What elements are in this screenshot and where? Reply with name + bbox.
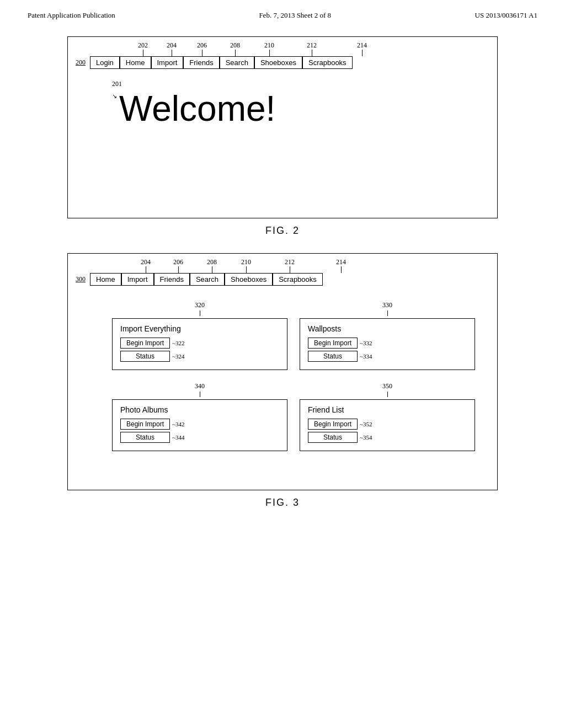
- ref-206-line: [202, 50, 202, 56]
- section-340-title: Photo Albums: [120, 405, 279, 414]
- ref-214-label: 214: [357, 41, 367, 50]
- nav-btn-scrapbooks[interactable]: Scrapbooks: [302, 56, 353, 69]
- header-right: US 2013/0036171 A1: [475, 11, 537, 20]
- fig3-ref-204-label: 204: [141, 258, 151, 266]
- ref-206-label: 206: [197, 41, 207, 50]
- header-middle: Feb. 7, 2013 Sheet 2 of 8: [259, 11, 331, 20]
- fig3-nav-btn-friends[interactable]: Friends: [154, 273, 190, 286]
- fig3-ref-214-label: 214: [336, 258, 346, 266]
- fig3-ref-214-line: [341, 266, 342, 273]
- fig2-container: 202 204 206 208 210: [22, 36, 543, 237]
- section-350-title: Friend List: [308, 405, 467, 414]
- fig3-ref-204-line: [146, 266, 146, 273]
- fig2-ref-200: 200: [76, 58, 86, 67]
- ref-201-arrow: ↘: [112, 93, 117, 100]
- fig2-diagram: 202 204 206 208 210: [67, 36, 498, 218]
- section-320-wrapper: 320 Import Everything Begin Import ~322 …: [112, 301, 287, 370]
- section-330-begin-import[interactable]: Begin Import: [308, 338, 358, 349]
- section-330-row1: Begin Import ~332: [308, 338, 467, 349]
- fig3-ref-206-line: [178, 266, 179, 273]
- section-340-row1: Begin Import ~342: [120, 419, 279, 430]
- section-340-begin-import[interactable]: Begin Import: [120, 419, 170, 430]
- fig3-nav-btn-shoeboxes[interactable]: Shoeboxes: [225, 273, 273, 286]
- ref-208-label: 208: [230, 41, 240, 50]
- section-330-title: Wallposts: [308, 324, 467, 333]
- ref-204-label: 204: [167, 41, 177, 50]
- ref-202-marker: 202: [129, 41, 157, 56]
- section-330-row2: Status ~334: [308, 351, 467, 362]
- fig3-ref-212-marker: 212: [263, 258, 316, 273]
- section-350-begin-import[interactable]: Begin Import: [308, 419, 358, 430]
- fig3-caption: FIG. 3: [22, 497, 543, 508]
- section-350-row1: Begin Import ~352: [308, 419, 467, 430]
- fig3-ref-214-marker: 214: [316, 258, 366, 273]
- ref-212-line: [312, 50, 312, 56]
- fig3-ref-208-line: [212, 266, 212, 273]
- ref-210-line: [269, 50, 270, 56]
- ref-204-marker: 204: [157, 41, 186, 56]
- section-340-row2: Status ~344: [120, 432, 279, 443]
- section-330-ref2: ~334: [360, 353, 372, 360]
- ref-350-vline: [387, 392, 388, 397]
- ref-212-marker: 212: [286, 41, 337, 56]
- section-350-status[interactable]: Status: [308, 432, 358, 443]
- ref-206-marker: 206: [186, 41, 218, 56]
- ref-214-line: [362, 50, 363, 56]
- nav-btn-login[interactable]: Login: [90, 56, 120, 69]
- nav-btn-friends[interactable]: Friends: [183, 56, 219, 69]
- ref-212-label: 212: [307, 41, 317, 50]
- section-340-status[interactable]: Status: [120, 432, 170, 443]
- ref-320-label: 320: [112, 301, 287, 309]
- nav-btn-import[interactable]: Import: [151, 56, 184, 69]
- welcome-text: Welcome!: [119, 88, 275, 129]
- section-320-begin-import[interactable]: Begin Import: [120, 338, 170, 349]
- fig3-ref-212-label: 212: [285, 258, 295, 266]
- ref-350-bracket: [300, 392, 475, 397]
- fig2-nav-refs: 202 204 206 208 210: [68, 37, 497, 56]
- ref-214-marker: 214: [337, 41, 387, 56]
- section-320-row1: Begin Import ~322: [120, 338, 279, 349]
- ref-201-label: 201: [112, 80, 475, 88]
- section-340-ref2: ~344: [172, 434, 184, 441]
- section-330: Wallposts Begin Import ~332 Status ~334: [300, 318, 475, 370]
- section-340-ref1: ~342: [172, 421, 184, 427]
- fig3-ref-210-label: 210: [241, 258, 251, 266]
- nav-btn-search[interactable]: Search: [220, 56, 254, 69]
- ref-208-marker: 208: [218, 41, 252, 56]
- ref-208-line: [235, 50, 236, 56]
- section-330-wrapper: 330 Wallposts Begin Import ~332 Status ~…: [300, 301, 475, 370]
- section-320-title: Import Everything: [120, 324, 279, 333]
- fig3-nav-btn-import[interactable]: Import: [121, 273, 154, 286]
- header-left: Patent Application Publication: [28, 11, 115, 20]
- fig3-ref-208-label: 208: [207, 258, 217, 266]
- ref-340-vline: [200, 392, 200, 397]
- fig3-container: 204 206 208 210 212: [22, 253, 543, 508]
- nav-btn-shoeboxes[interactable]: Shoeboxes: [254, 56, 302, 69]
- section-330-ref1: ~332: [360, 340, 372, 346]
- section-320-ref2: ~324: [172, 353, 184, 360]
- ref-330-vline: [387, 311, 388, 316]
- ref-330-label: 330: [300, 301, 475, 309]
- section-330-status[interactable]: Status: [308, 351, 358, 362]
- fig3-ref-212-line: [290, 266, 290, 273]
- fig3-ref-204-marker: 204: [130, 258, 162, 273]
- section-320-status[interactable]: Status: [120, 351, 170, 362]
- fig3-nav-btn-home[interactable]: Home: [90, 273, 121, 286]
- ref-204-line: [172, 50, 172, 56]
- patent-header: Patent Application Publication Feb. 7, 2…: [22, 11, 543, 20]
- fig3-ref-300: 300: [76, 275, 86, 283]
- fig3-navbar: 300 Home Import Friends Search Shoeboxes…: [68, 273, 497, 286]
- fig3-nav-btn-search[interactable]: Search: [190, 273, 225, 286]
- section-350-ref2: ~354: [360, 434, 372, 441]
- fig2-navbar: 200 Login Home Import Friends Search Sho…: [68, 56, 497, 69]
- fig3-nav-refs: 204 206 208 210 212: [68, 254, 497, 273]
- nav-btn-home[interactable]: Home: [120, 56, 151, 69]
- ref-350-label: 350: [300, 382, 475, 390]
- fig3-ref-206-label: 206: [173, 258, 183, 266]
- ref-340-label: 340: [112, 382, 287, 390]
- section-320: Import Everything Begin Import ~322 Stat…: [112, 318, 287, 370]
- section-350-wrapper: 350 Friend List Begin Import ~352 Status…: [300, 382, 475, 451]
- fig3-nav-btn-scrapbooks[interactable]: Scrapbooks: [273, 273, 323, 286]
- fig3-ref-208-marker: 208: [195, 258, 229, 273]
- section-340: Photo Albums Begin Import ~342 Status ~3…: [112, 399, 287, 451]
